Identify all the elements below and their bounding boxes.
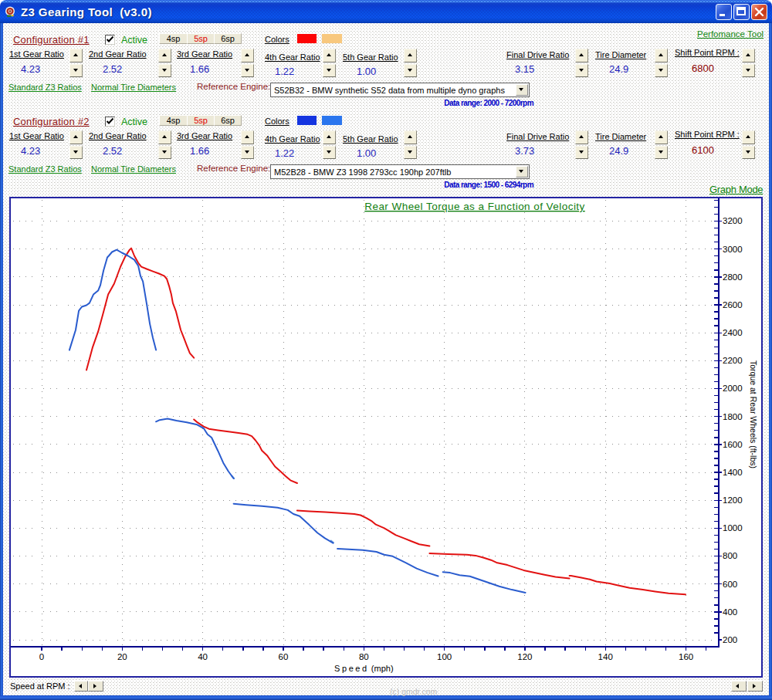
svg-text:0: 0 <box>39 652 44 661</box>
svg-text:2200: 2200 <box>723 356 743 365</box>
svg-text:20: 20 <box>117 652 127 661</box>
svg-text:100: 100 <box>437 652 452 661</box>
svg-text:2600: 2600 <box>723 300 743 309</box>
svg-text:120: 120 <box>517 652 532 661</box>
svg-text:140: 140 <box>598 652 613 661</box>
svg-text:200: 200 <box>723 635 737 644</box>
svg-text:600: 600 <box>723 580 737 589</box>
svg-text:Rear Wheel Torque as a Functio: Rear Wheel Torque as a Function of Veloc… <box>364 201 585 212</box>
svg-text:Torque at Rear Wheels (ft-lbs): Torque at Rear Wheels (ft-lbs) <box>749 360 758 468</box>
svg-text:60: 60 <box>279 652 289 661</box>
svg-text:1200: 1200 <box>723 495 743 505</box>
svg-text:Speed (mph): Speed (mph) <box>334 664 394 673</box>
svg-text:1800: 1800 <box>723 412 743 421</box>
svg-text:160: 160 <box>679 652 693 661</box>
svg-text:400: 400 <box>723 607 737 617</box>
svg-text:1400: 1400 <box>723 468 743 477</box>
svg-text:3000: 3000 <box>723 245 743 254</box>
svg-text:2000: 2000 <box>723 384 743 393</box>
svg-text:1000: 1000 <box>723 523 743 533</box>
svg-text:2800: 2800 <box>723 272 743 282</box>
svg-text:2400: 2400 <box>723 328 743 337</box>
svg-text:80: 80 <box>359 652 369 661</box>
svg-text:1600: 1600 <box>723 440 743 449</box>
svg-text:800: 800 <box>723 551 737 560</box>
svg-text:3200: 3200 <box>723 216 743 225</box>
svg-text:40: 40 <box>198 652 208 661</box>
